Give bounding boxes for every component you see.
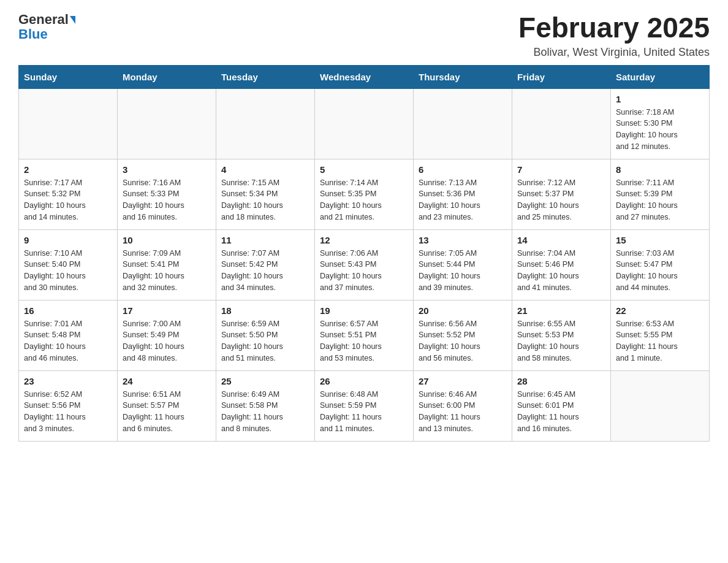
day-info: Sunrise: 6:46 AMSunset: 6:00 PMDaylight:… [419, 389, 507, 435]
day-number: 4 [221, 164, 309, 175]
calendar-cell [414, 88, 512, 159]
calendar-cell: 7Sunrise: 7:12 AMSunset: 5:37 PMDaylight… [512, 159, 611, 229]
day-number: 24 [123, 376, 211, 386]
day-info: Sunrise: 6:55 AMSunset: 5:53 PMDaylight:… [517, 318, 605, 364]
day-info: Sunrise: 7:11 AMSunset: 5:39 PMDaylight:… [616, 177, 704, 223]
calendar-cell: 22Sunrise: 6:53 AMSunset: 5:55 PMDayligh… [611, 300, 710, 370]
calendar-cell [118, 88, 216, 159]
day-number: 9 [24, 235, 112, 245]
calendar-header-wednesday: Wednesday [315, 65, 414, 88]
day-number: 17 [123, 305, 211, 316]
day-info: Sunrise: 6:53 AMSunset: 5:55 PMDaylight:… [616, 318, 704, 364]
calendar-cell: 25Sunrise: 6:49 AMSunset: 5:58 PMDayligh… [216, 370, 315, 441]
day-info: Sunrise: 7:03 AMSunset: 5:47 PMDaylight:… [616, 248, 704, 294]
calendar-cell [19, 88, 118, 159]
logo: General Blue [18, 12, 75, 42]
day-number: 15 [616, 235, 704, 245]
logo-triangle-icon [70, 16, 75, 24]
day-info: Sunrise: 6:56 AMSunset: 5:52 PMDaylight:… [419, 318, 507, 364]
day-number: 6 [419, 164, 507, 175]
day-number: 18 [221, 305, 309, 316]
calendar-week-row: 2Sunrise: 7:17 AMSunset: 5:32 PMDaylight… [19, 159, 710, 229]
logo-blue-text: Blue [18, 27, 48, 42]
calendar-cell: 16Sunrise: 7:01 AMSunset: 5:48 PMDayligh… [19, 300, 118, 370]
calendar-cell: 2Sunrise: 7:17 AMSunset: 5:32 PMDaylight… [19, 159, 118, 229]
day-number: 27 [419, 376, 507, 386]
calendar-header-tuesday: Tuesday [216, 65, 315, 88]
calendar-week-row: 16Sunrise: 7:01 AMSunset: 5:48 PMDayligh… [19, 300, 710, 370]
calendar-cell: 14Sunrise: 7:04 AMSunset: 5:46 PMDayligh… [512, 229, 611, 300]
day-number: 26 [320, 376, 408, 386]
day-number: 25 [221, 376, 309, 386]
calendar-cell: 24Sunrise: 6:51 AMSunset: 5:57 PMDayligh… [118, 370, 216, 441]
location-subtitle: Bolivar, West Virginia, United States [518, 46, 710, 59]
calendar-cell [216, 88, 315, 159]
calendar-cell: 12Sunrise: 7:06 AMSunset: 5:43 PMDayligh… [315, 229, 414, 300]
day-info: Sunrise: 7:05 AMSunset: 5:44 PMDaylight:… [419, 248, 507, 294]
calendar-cell: 11Sunrise: 7:07 AMSunset: 5:42 PMDayligh… [216, 229, 315, 300]
page-header: General Blue February 2025 Bolivar, West… [18, 12, 710, 59]
calendar-cell: 28Sunrise: 6:45 AMSunset: 6:01 PMDayligh… [512, 370, 611, 441]
day-number: 1 [616, 94, 704, 104]
day-number: 19 [320, 305, 408, 316]
day-info: Sunrise: 7:06 AMSunset: 5:43 PMDaylight:… [320, 248, 408, 294]
calendar-cell: 8Sunrise: 7:11 AMSunset: 5:39 PMDaylight… [611, 159, 710, 229]
title-area: February 2025 Bolivar, West Virginia, Un… [518, 12, 710, 59]
calendar-week-row: 23Sunrise: 6:52 AMSunset: 5:56 PMDayligh… [19, 370, 710, 441]
month-title: February 2025 [518, 12, 710, 44]
calendar-week-row: 1Sunrise: 7:18 AMSunset: 5:30 PMDaylight… [19, 88, 710, 159]
day-info: Sunrise: 6:57 AMSunset: 5:51 PMDaylight:… [320, 318, 408, 364]
day-number: 20 [419, 305, 507, 316]
day-info: Sunrise: 7:16 AMSunset: 5:33 PMDaylight:… [123, 177, 211, 223]
calendar-header-monday: Monday [118, 65, 216, 88]
day-number: 11 [221, 235, 309, 245]
calendar-header-row: SundayMondayTuesdayWednesdayThursdayFrid… [19, 65, 710, 88]
day-info: Sunrise: 7:09 AMSunset: 5:41 PMDaylight:… [123, 248, 211, 294]
day-number: 3 [123, 164, 211, 175]
calendar-header-friday: Friday [512, 65, 611, 88]
day-number: 21 [517, 305, 605, 316]
day-info: Sunrise: 7:15 AMSunset: 5:34 PMDaylight:… [221, 177, 309, 223]
calendar-cell: 1Sunrise: 7:18 AMSunset: 5:30 PMDaylight… [611, 88, 710, 159]
calendar-cell: 20Sunrise: 6:56 AMSunset: 5:52 PMDayligh… [414, 300, 512, 370]
day-info: Sunrise: 6:49 AMSunset: 5:58 PMDaylight:… [221, 389, 309, 435]
logo-general-text: General [18, 12, 69, 27]
day-number: 16 [24, 305, 112, 316]
day-info: Sunrise: 6:59 AMSunset: 5:50 PMDaylight:… [221, 318, 309, 364]
calendar-cell: 9Sunrise: 7:10 AMSunset: 5:40 PMDaylight… [19, 229, 118, 300]
day-number: 13 [419, 235, 507, 245]
calendar-cell: 23Sunrise: 6:52 AMSunset: 5:56 PMDayligh… [19, 370, 118, 441]
calendar-cell: 3Sunrise: 7:16 AMSunset: 5:33 PMDaylight… [118, 159, 216, 229]
day-info: Sunrise: 7:18 AMSunset: 5:30 PMDaylight:… [616, 107, 704, 153]
day-number: 23 [24, 376, 112, 386]
day-number: 12 [320, 235, 408, 245]
day-info: Sunrise: 6:45 AMSunset: 6:01 PMDaylight:… [517, 389, 605, 435]
calendar-cell: 4Sunrise: 7:15 AMSunset: 5:34 PMDaylight… [216, 159, 315, 229]
calendar-cell: 21Sunrise: 6:55 AMSunset: 5:53 PMDayligh… [512, 300, 611, 370]
day-number: 28 [517, 376, 605, 386]
calendar-cell: 6Sunrise: 7:13 AMSunset: 5:36 PMDaylight… [414, 159, 512, 229]
calendar-cell: 26Sunrise: 6:48 AMSunset: 5:59 PMDayligh… [315, 370, 414, 441]
day-info: Sunrise: 7:13 AMSunset: 5:36 PMDaylight:… [419, 177, 507, 223]
day-number: 14 [517, 235, 605, 245]
day-number: 22 [616, 305, 704, 316]
calendar-header-sunday: Sunday [19, 65, 118, 88]
calendar-cell [315, 88, 414, 159]
calendar-cell: 18Sunrise: 6:59 AMSunset: 5:50 PMDayligh… [216, 300, 315, 370]
day-info: Sunrise: 6:52 AMSunset: 5:56 PMDaylight:… [24, 389, 112, 435]
calendar-table: SundayMondayTuesdayWednesdayThursdayFrid… [18, 65, 710, 442]
day-number: 7 [517, 164, 605, 175]
calendar-cell: 5Sunrise: 7:14 AMSunset: 5:35 PMDaylight… [315, 159, 414, 229]
calendar-cell: 17Sunrise: 7:00 AMSunset: 5:49 PMDayligh… [118, 300, 216, 370]
day-info: Sunrise: 7:12 AMSunset: 5:37 PMDaylight:… [517, 177, 605, 223]
calendar-week-row: 9Sunrise: 7:10 AMSunset: 5:40 PMDaylight… [19, 229, 710, 300]
calendar-cell: 27Sunrise: 6:46 AMSunset: 6:00 PMDayligh… [414, 370, 512, 441]
day-info: Sunrise: 7:01 AMSunset: 5:48 PMDaylight:… [24, 318, 112, 364]
calendar-cell: 19Sunrise: 6:57 AMSunset: 5:51 PMDayligh… [315, 300, 414, 370]
day-info: Sunrise: 7:10 AMSunset: 5:40 PMDaylight:… [24, 248, 112, 294]
calendar-body: 1Sunrise: 7:18 AMSunset: 5:30 PMDaylight… [19, 88, 710, 441]
day-info: Sunrise: 6:51 AMSunset: 5:57 PMDaylight:… [123, 389, 211, 435]
calendar-cell: 15Sunrise: 7:03 AMSunset: 5:47 PMDayligh… [611, 229, 710, 300]
day-number: 5 [320, 164, 408, 175]
calendar-cell: 13Sunrise: 7:05 AMSunset: 5:44 PMDayligh… [414, 229, 512, 300]
